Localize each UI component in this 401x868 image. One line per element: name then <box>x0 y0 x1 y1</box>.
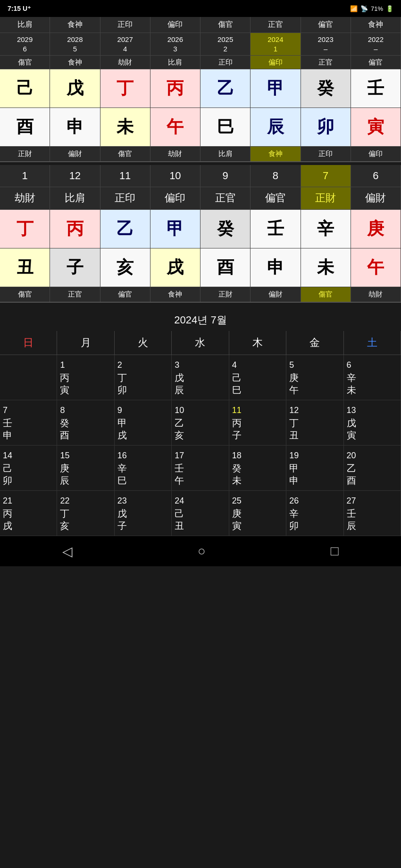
decade-stem-2: 乙 <box>100 210 150 248</box>
decade-label-row: 劫財比肩正印偏印正官偏官正財偏財 <box>0 187 401 210</box>
cal-day-num: 26 <box>289 495 340 507</box>
cal-cell-6[interactable]: 6辛未 <box>344 355 401 400</box>
cal-cell-23[interactable]: 23戊子 <box>115 491 172 536</box>
year-sublabel-2: 劫財 <box>100 56 150 69</box>
decade-num-5: 8 <box>251 165 301 187</box>
cal-cell-27[interactable]: 27壬辰 <box>344 491 401 536</box>
recents-icon[interactable]: □ <box>331 544 339 559</box>
cal-cell-25[interactable]: 25庚寅 <box>229 491 286 536</box>
cal-stem-branch: 己巳 <box>232 372 283 396</box>
cal-day-num: 23 <box>117 495 168 507</box>
cal-cell-12[interactable]: 12丁丑 <box>286 400 343 445</box>
cal-stem-branch: 己卯 <box>3 462 54 487</box>
cal-stem-branch: 癸酉 <box>60 417 111 441</box>
cal-cell-15[interactable]: 15庚辰 <box>57 446 114 490</box>
decade-branch-label-6: 傷官 <box>301 287 351 302</box>
year-cell-2: 20274 <box>100 33 150 55</box>
branch-label-7: 偏印 <box>351 147 401 161</box>
cal-cell-11[interactable]: 11丙子 <box>229 400 286 445</box>
top-label-row: 比肩 食神 正印 偏印 傷官 正官 偏官 食神 <box>0 17 401 33</box>
calendar-title: 2024년 7월 <box>0 306 401 331</box>
cal-day-num: 11 <box>232 404 283 417</box>
cal-cell-24[interactable]: 24己丑 <box>172 491 229 536</box>
cal-cell-5[interactable]: 5庚午 <box>286 355 343 400</box>
year-sublabel-6: 正官 <box>301 56 351 69</box>
cal-cell-14[interactable]: 14己卯 <box>0 446 57 490</box>
cal-week-1: 7壬申8癸酉9甲戌10乙亥11丙子12丁丑13戊寅 <box>0 400 401 446</box>
branch-7: 寅 <box>351 108 401 146</box>
top-label-6: 偏官 <box>301 17 351 33</box>
branch-3: 午 <box>150 108 200 146</box>
cal-cell-21[interactable]: 21丙戌 <box>0 491 57 536</box>
decade-stem-0: 丁 <box>0 210 50 248</box>
cal-day-num: 3 <box>175 359 226 372</box>
decade-label-1: 比肩 <box>50 187 100 209</box>
decade-num-7: 6 <box>351 165 401 187</box>
decade-num-4: 9 <box>200 165 251 187</box>
branch-label-0: 正財 <box>0 147 50 161</box>
decade-stem-5: 壬 <box>251 210 301 248</box>
cal-day-num: 5 <box>289 359 340 372</box>
cal-cell-16[interactable]: 16辛巳 <box>115 446 172 490</box>
cal-day-num: 25 <box>232 495 283 507</box>
decade-branch-7: 午 <box>351 248 401 287</box>
decade-stem-4: 癸 <box>200 210 251 248</box>
cal-cell-1[interactable]: 1丙寅 <box>57 355 114 400</box>
year-sublabel-row: 傷官食神劫財比肩正印偏印正官偏官 <box>0 56 401 69</box>
cal-cell-26[interactable]: 26辛卯 <box>286 491 343 536</box>
cal-cell-10[interactable]: 10乙亥 <box>172 400 229 445</box>
cal-header-0: 日 <box>0 331 57 355</box>
cal-cell-7[interactable]: 7壬申 <box>0 400 57 445</box>
cal-cell-3[interactable]: 3戊辰 <box>172 355 229 400</box>
top-label-4: 傷官 <box>200 17 251 33</box>
cal-stem-branch: 庚辰 <box>60 462 111 487</box>
cal-stem-branch: 壬午 <box>175 462 226 487</box>
status-right: 📶 📡 71% 🔋 <box>350 5 393 12</box>
year-cell-1: 20285 <box>50 33 100 55</box>
year-row: 2029620285202742026320252202412023–2022– <box>0 33 401 56</box>
cal-header-4: 木 <box>229 331 286 355</box>
decade-num-1: 12 <box>50 165 100 187</box>
cal-stem-branch: 辛巳 <box>117 462 168 487</box>
cal-stem-branch: 辛卯 <box>289 507 340 532</box>
year-cell-0: 20296 <box>0 33 50 55</box>
cal-cell-4[interactable]: 4己巳 <box>229 355 286 400</box>
battery-icon: 🔋 <box>386 5 393 12</box>
cal-cell-9[interactable]: 9甲戌 <box>115 400 172 445</box>
cal-cell-19[interactable]: 19甲申 <box>286 446 343 490</box>
cal-stem-branch: 丙戌 <box>3 507 54 532</box>
cal-day-num: 18 <box>232 449 283 462</box>
cal-header-2: 火 <box>115 331 172 355</box>
cal-stem-branch: 甲申 <box>289 462 340 487</box>
status-time-carrier: 7:15 U⁺ <box>8 5 31 12</box>
branch-label-5: 食神 <box>251 147 301 161</box>
cal-header-5: 金 <box>286 331 343 355</box>
decade-branch-0: 丑 <box>0 248 50 287</box>
stem-6: 癸 <box>301 69 351 107</box>
branch-label-row: 正財偏財傷官劫財比肩食神正印偏印 <box>0 147 401 162</box>
decade-label-5: 偏官 <box>251 187 301 209</box>
cal-cell-22[interactable]: 22丁亥 <box>57 491 114 536</box>
cal-cell-8[interactable]: 8癸酉 <box>57 400 114 445</box>
decade-branches-row: 丑子亥戌酉申未午 <box>0 248 401 287</box>
cal-cell-13[interactable]: 13戊寅 <box>344 400 401 445</box>
top-label-7: 食神 <box>351 17 401 33</box>
cal-day-num: 15 <box>60 449 111 462</box>
branch-label-3: 劫財 <box>150 147 200 161</box>
back-icon[interactable]: ◁ <box>62 544 73 559</box>
branch-label-6: 正印 <box>301 147 351 161</box>
cal-header-6: 土 <box>344 331 401 355</box>
decade-branch-label-row: 傷官正官偏官食神正財偏財傷官劫財 <box>0 287 401 303</box>
decade-section: 11211109876 劫財比肩正印偏印正官偏官正財偏財 丁丙乙甲癸壬辛庚 丑子… <box>0 165 401 303</box>
year-cell-5: 20241 <box>251 33 301 55</box>
cal-day-num: 6 <box>347 359 398 372</box>
decade-branch-4: 酉 <box>200 248 251 287</box>
cal-cell-20[interactable]: 20乙酉 <box>344 446 401 490</box>
home-icon[interactable]: ○ <box>198 544 206 559</box>
cal-cell-2[interactable]: 2丁卯 <box>115 355 172 400</box>
cal-day-num: 22 <box>60 495 111 507</box>
cal-cell-18[interactable]: 18癸未 <box>229 446 286 490</box>
cal-cell-17[interactable]: 17壬午 <box>172 446 229 490</box>
decade-num-2: 11 <box>100 165 150 187</box>
stem-1: 戊 <box>50 69 100 107</box>
